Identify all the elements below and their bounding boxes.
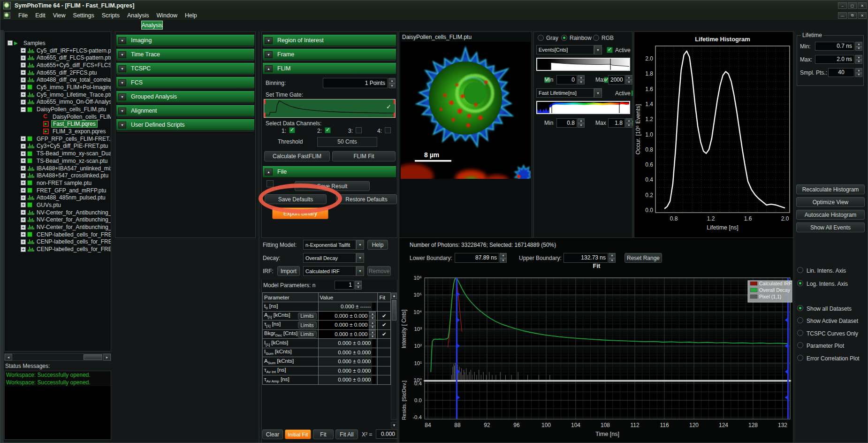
tree-item[interactable]: +Atto655_diff_2FFCS.ptu — [6, 69, 111, 76]
channel-checkbox-2[interactable] — [325, 127, 331, 133]
tree-item[interactable]: +IBA488+IBA547_unlinked_mix.pt — [6, 165, 111, 172]
scroll-up-icon[interactable]: ▲ — [391, 293, 397, 299]
tree-item[interactable]: +Atto655_immo_On-Off-Analysis.p — [6, 99, 111, 106]
events-channel-dropdown[interactable]: Events[Cnts]▼ — [536, 45, 602, 54]
scroll-left-icon[interactable]: ◂ — [5, 354, 12, 360]
gate-right-handle[interactable] — [394, 99, 395, 104]
events-max-spinner[interactable]: ▲▼ — [625, 75, 632, 84]
collapse-icon[interactable]: − — [21, 107, 26, 112]
collapse-icon[interactable]: ▼ — [118, 107, 126, 115]
gate-right-handle2[interactable] — [394, 113, 395, 117]
tab-analysis[interactable]: Analysis — [141, 21, 163, 30]
tree-item[interactable]: +GUVs.ptu — [6, 201, 111, 209]
tree-item-label[interactable]: Cy5_immo_Lifetime_Trace.ptu — [35, 92, 111, 98]
expand-icon[interactable]: + — [21, 210, 26, 215]
fast-max-spinner[interactable]: ▲▼ — [625, 118, 632, 128]
lifetime-smpl-spinner[interactable]: ▲▼ — [855, 68, 862, 77]
binning-spinner[interactable]: ▲▼ — [388, 78, 396, 88]
tree-item-label[interactable]: Cy5_immo_FLIM+Pol-Imaging.ptu — [35, 84, 111, 91]
tree-item-label[interactable]: FRET_GFP_and_mRFP.ptu — [35, 187, 108, 194]
child-window-control-1[interactable]: ⧉ — [848, 12, 857, 19]
binning-field[interactable]: 1 Points — [323, 78, 388, 88]
tree-item[interactable]: −DaisyPollen_cells_FLIM.ptu — [6, 106, 111, 113]
expand-icon[interactable]: + — [21, 62, 26, 68]
collapse-icon[interactable]: ▼ — [118, 79, 126, 86]
tree-item-label[interactable]: DaisyPollen_cells_FLIM.pco — [51, 114, 111, 120]
collapse-icon[interactable]: ▲ — [265, 65, 273, 72]
expand-icon[interactable]: + — [21, 77, 26, 83]
tree-item-label[interactable]: TS-Bead_immo_xy-scan_Dual Fo — [35, 150, 111, 157]
tree-item[interactable]: +Atto488_diff_cw_total_correlatio — [6, 76, 111, 84]
tree-item[interactable]: +Cy5_immo_Lifetime_Trace.ptu — [6, 91, 111, 99]
expand-icon[interactable]: + — [21, 166, 26, 171]
splitter[interactable] — [633, 31, 634, 238]
flim-image[interactable]: 8 µm — [401, 42, 531, 179]
window-control-2[interactable]: ✕ — [858, 2, 867, 9]
tree-item-label[interactable]: Atto488_diff_cw_total_correlatio — [35, 76, 111, 83]
events-histogram-strip[interactable] — [536, 58, 630, 71]
expand-icon[interactable]: + — [21, 225, 26, 230]
fit-all-button[interactable]: Fit All — [335, 429, 358, 439]
color-mode-radio-gray[interactable] — [538, 35, 544, 41]
menu-edit[interactable]: Edit — [31, 11, 49, 20]
events-min-spinner[interactable]: ▲▼ — [578, 75, 585, 84]
collapse-icon[interactable]: ▼ — [118, 65, 126, 72]
events-active-checkbox[interactable] — [607, 47, 613, 53]
splitter[interactable] — [398, 31, 399, 443]
analysis-section-imaging[interactable]: ▼Imaging — [116, 35, 254, 46]
irf-remove-button[interactable]: Remove — [367, 266, 391, 276]
tree-item[interactable]: ▶FLIM_3_expon.pqres — [6, 128, 111, 135]
upper-boundary-field[interactable]: 132.73 ns — [563, 253, 608, 263]
expand-icon[interactable]: + — [21, 99, 26, 105]
tree-item[interactable]: +CENP-labelled_cells_for_FRET_IR — [6, 238, 111, 246]
expand-icon[interactable]: + — [21, 48, 26, 53]
expand-icon[interactable]: + — [21, 188, 26, 193]
fit-check[interactable] — [378, 366, 391, 375]
fitting-model-dropdown[interactable]: n-Exponential Tailfit▼ — [303, 240, 364, 250]
clear-button[interactable]: Clear — [262, 429, 283, 439]
menu-window[interactable]: Window — [153, 11, 181, 20]
tree-item-label[interactable]: CENP-labelled_cells_for_FRET.pt — [35, 231, 111, 238]
color-mode-radio-rgb[interactable] — [593, 35, 599, 41]
fit-check[interactable] — [378, 375, 391, 385]
window-control-0[interactable]: – — [838, 2, 847, 9]
tree-item-label[interactable]: NV-Center_for_Antibunching_se — [35, 224, 111, 230]
tree-item[interactable]: +non-FRET sample.ptu — [6, 179, 111, 187]
tree-item[interactable]: +IBA488+547_crosslinked.ptu — [6, 172, 111, 179]
fit-option-radio[interactable] — [797, 305, 803, 311]
tree-item-label[interactable]: GFP_RFP_cells_FLIM-FRET.ptu — [35, 136, 111, 142]
tree-item-label[interactable]: Atto488_485nm_pulsed.ptu — [35, 194, 107, 201]
lifetime-histogram-chart[interactable]: Lifetime Histogram0.00.20.40.60.81.01.21… — [634, 32, 793, 237]
model-params-n-field[interactable]: 1 — [335, 281, 354, 290]
expand-icon[interactable]: + — [21, 144, 26, 149]
expand-icon[interactable]: + — [21, 158, 26, 163]
expand-icon[interactable]: + — [21, 136, 26, 141]
scroll-down-icon[interactable]: ▼ — [391, 422, 397, 428]
menu-scripts[interactable]: Scripts — [98, 11, 123, 20]
collapse-icon[interactable]: ▲ — [265, 168, 273, 176]
collapse-icon[interactable]: ▼ — [265, 51, 273, 58]
fit-option-radio[interactable] — [797, 342, 803, 348]
optimize-view-button[interactable]: Optimize View — [796, 197, 865, 207]
fit-option-radio[interactable] — [797, 317, 803, 323]
expand-icon[interactable]: + — [21, 239, 26, 244]
model-params-n-spinner[interactable]: ▲▼ — [355, 281, 362, 290]
param-table-scrollbar[interactable]: ▲ — [391, 292, 397, 420]
scrollbar-thumb[interactable] — [392, 300, 396, 321]
fit-check[interactable] — [378, 302, 391, 312]
collapse-icon[interactable]: ▼ — [118, 37, 126, 44]
tree-item[interactable]: +CENP-labelled_cells_for_FRET_IR — [6, 245, 111, 253]
channel-checkbox-1[interactable] — [289, 127, 295, 133]
expand-icon[interactable]: + — [21, 55, 26, 61]
reset-range-button[interactable]: Reset Range — [624, 253, 662, 263]
menu-settings[interactable]: Settings — [69, 11, 98, 20]
expand-icon[interactable]: + — [21, 180, 26, 185]
analysis-section-alignment[interactable]: ▼Alignment — [116, 105, 254, 116]
tree-item-label[interactable]: Atto655_diff_2FFCS.ptu — [35, 69, 99, 76]
menu-view[interactable]: View — [49, 11, 69, 20]
upper-boundary-spinner[interactable]: ▲▼ — [609, 253, 616, 263]
collapse-icon[interactable]: ▼ — [118, 93, 126, 100]
events-max-field[interactable]: 2000 — [608, 75, 625, 84]
expand-icon[interactable]: + — [21, 202, 26, 207]
irf-import-button[interactable]: Import — [277, 266, 300, 276]
